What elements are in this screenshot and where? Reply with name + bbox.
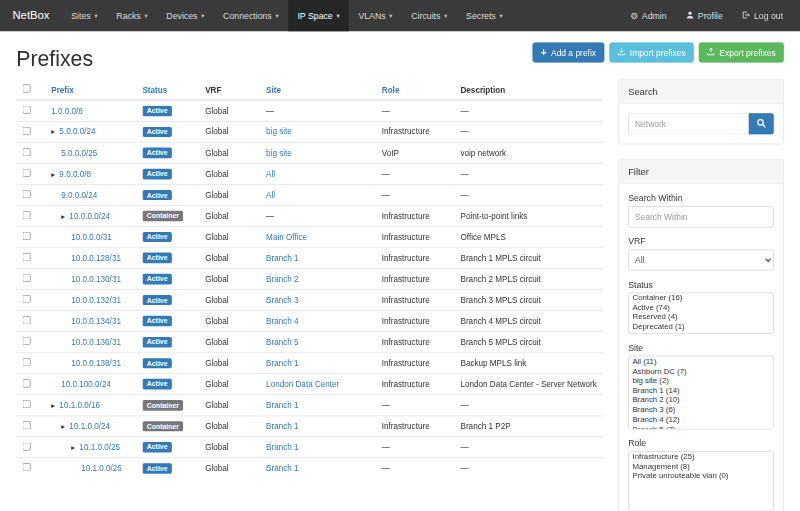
prefix-link[interactable]: 1.0.0.0/8 <box>51 106 83 115</box>
row-checkbox[interactable] <box>23 232 31 240</box>
row-checkbox[interactable] <box>23 316 31 324</box>
nav-item-admin[interactable]: ⚙Admin <box>621 0 676 31</box>
export-prefixes-button[interactable]: Export prefixes <box>699 43 784 63</box>
expand-caret-icon[interactable]: ▸ <box>61 422 65 431</box>
filter-option[interactable]: Branch 3 (6) <box>629 405 773 415</box>
site-link[interactable]: Branch 1 <box>266 358 299 367</box>
prefix-link[interactable]: 10.0.0.134/31 <box>71 316 121 325</box>
site-link[interactable]: Branch 1 <box>266 443 299 452</box>
prefix-link[interactable]: 10.0.0.136/31 <box>71 337 121 346</box>
prefix-link[interactable]: 10.0.0.132/31 <box>71 295 121 304</box>
sort-role-link[interactable]: Role <box>382 85 400 94</box>
row-checkbox[interactable] <box>23 211 31 219</box>
filter-option[interactable]: Reserved (4) <box>629 313 773 323</box>
row-checkbox[interactable] <box>23 295 31 303</box>
prefix-link[interactable]: 10.0.0.0/24 <box>69 211 110 220</box>
nav-item-vlans[interactable]: VLANs▾ <box>349 0 402 31</box>
prefix-link[interactable]: 9.0.0.0/24 <box>61 190 97 199</box>
prefix-link[interactable]: 5.0.0.0/25 <box>61 148 97 157</box>
add-prefix-button[interactable]: +Add a prefix <box>533 43 604 63</box>
nav-item-ip-space[interactable]: IP Space▾ <box>288 0 349 31</box>
row-checkbox[interactable] <box>23 127 31 135</box>
expand-caret-icon[interactable]: ▸ <box>71 443 75 452</box>
vrf-select[interactable]: All <box>628 249 774 270</box>
expand-caret-icon[interactable]: ▸ <box>61 212 65 221</box>
nav-item-racks[interactable]: Racks▾ <box>107 0 157 31</box>
import-prefixes-button[interactable]: Import prefixes <box>609 43 694 63</box>
filter-option[interactable]: Branch 4 (12) <box>629 414 773 424</box>
status-filter-list[interactable]: Container (16)Active (74)Reserved (4)Dep… <box>628 293 774 334</box>
search-within-input[interactable] <box>628 206 774 227</box>
row-checkbox[interactable] <box>23 148 31 156</box>
filter-option[interactable]: Deprecated (1) <box>629 322 773 332</box>
site-link[interactable]: All <box>266 169 275 178</box>
row-checkbox[interactable] <box>23 400 31 408</box>
row-checkbox[interactable] <box>23 274 31 282</box>
expand-caret-icon[interactable]: ▸ <box>51 401 55 410</box>
prefix-link[interactable]: 5.0.0.0/24 <box>59 127 95 136</box>
filter-option[interactable]: Active (74) <box>629 303 773 313</box>
site-filter-list[interactable]: All (11)Ashburn DC (7)big site (2)Branch… <box>628 356 774 430</box>
site-link[interactable]: London Data Center <box>266 379 339 388</box>
site-link[interactable]: big site <box>266 148 292 157</box>
row-checkbox[interactable] <box>23 190 31 198</box>
site-link[interactable]: Branch 4 <box>266 316 299 325</box>
row-checkbox[interactable] <box>23 421 31 429</box>
nav-item-secrets[interactable]: Secrets▾ <box>457 0 512 31</box>
row-checkbox[interactable] <box>23 379 31 387</box>
sort-prefix-link[interactable]: Prefix <box>51 85 74 94</box>
site-link[interactable]: Branch 2 <box>266 274 299 283</box>
prefix-link[interactable]: 10.1.0.0/25 <box>79 443 120 452</box>
row-checkbox[interactable] <box>23 106 31 114</box>
prefix-link[interactable]: 10.1.0.0/26 <box>81 464 122 473</box>
filter-option[interactable]: Management (8) <box>629 462 773 472</box>
filter-option[interactable]: big site (2) <box>629 376 773 386</box>
filter-option[interactable]: Branch 1 (14) <box>629 385 773 395</box>
row-checkbox[interactable] <box>23 463 31 471</box>
site-link[interactable]: All <box>266 190 275 199</box>
nav-item-connections[interactable]: Connections▾ <box>214 0 288 31</box>
row-checkbox[interactable] <box>23 253 31 261</box>
site-link[interactable]: Branch 5 <box>266 337 299 346</box>
row-checkbox[interactable] <box>23 337 31 345</box>
search-input[interactable] <box>628 113 749 134</box>
prefix-link[interactable]: 10.0.100.0/24 <box>61 379 111 388</box>
search-button[interactable] <box>749 113 774 134</box>
filter-option[interactable]: Container (16) <box>629 293 773 303</box>
prefix-link[interactable]: 10.0.0.0/31 <box>71 232 112 241</box>
site-link[interactable]: Branch 3 <box>266 295 299 304</box>
expand-caret-icon[interactable]: ▸ <box>51 170 55 179</box>
row-checkbox[interactable] <box>23 169 31 177</box>
site-link[interactable]: big site <box>266 127 292 136</box>
nav-item-devices[interactable]: Devices▾ <box>157 0 214 31</box>
prefix-link[interactable]: 10.1.0.0/24 <box>69 422 110 431</box>
filter-option[interactable]: All (11) <box>629 356 773 366</box>
select-all-checkbox[interactable] <box>23 84 31 92</box>
nav-item-circuits[interactable]: Circuits▾ <box>402 0 457 31</box>
nav-item-logout[interactable]: Log out <box>732 0 792 31</box>
prefix-link[interactable]: 10.0.0.128/31 <box>71 253 121 262</box>
row-checkbox[interactable] <box>23 358 31 366</box>
app-brand[interactable]: NetBox <box>0 0 62 31</box>
site-link[interactable]: Main Office <box>266 232 307 241</box>
filter-option[interactable]: Branch 2 (10) <box>629 395 773 405</box>
site-link[interactable]: Branch 1 <box>266 422 299 431</box>
filter-option[interactable]: Branch 5 (7) <box>629 424 773 429</box>
site-link[interactable]: Branch 1 <box>266 400 299 409</box>
row-checkbox[interactable] <box>23 442 31 450</box>
sort-status-link[interactable]: Status <box>142 85 167 94</box>
prefix-link[interactable]: 10.1.0.0/16 <box>59 400 100 409</box>
prefix-link[interactable]: 10.0.0.138/31 <box>71 358 121 367</box>
sort-site-link[interactable]: Site <box>266 85 281 94</box>
site-link[interactable]: Branch 1 <box>266 464 299 473</box>
filter-option[interactable]: Ashburn DC (7) <box>629 366 773 376</box>
expand-caret-icon[interactable]: ▸ <box>51 128 55 137</box>
filter-option[interactable]: Infrastructure (25) <box>629 452 773 462</box>
site-link[interactable]: Branch 1 <box>266 253 299 262</box>
filter-option[interactable]: Private unrouteable vlan (0) <box>629 471 773 481</box>
nav-item-sites[interactable]: Sites▾ <box>62 0 107 31</box>
prefix-link[interactable]: 9.0.0.0/8 <box>59 169 91 178</box>
role-filter-list[interactable]: Infrastructure (25)Management (8)Private… <box>628 451 774 511</box>
prefix-link[interactable]: 10.0.0.130/31 <box>71 274 121 283</box>
nav-item-profile[interactable]: Profile <box>676 0 732 31</box>
